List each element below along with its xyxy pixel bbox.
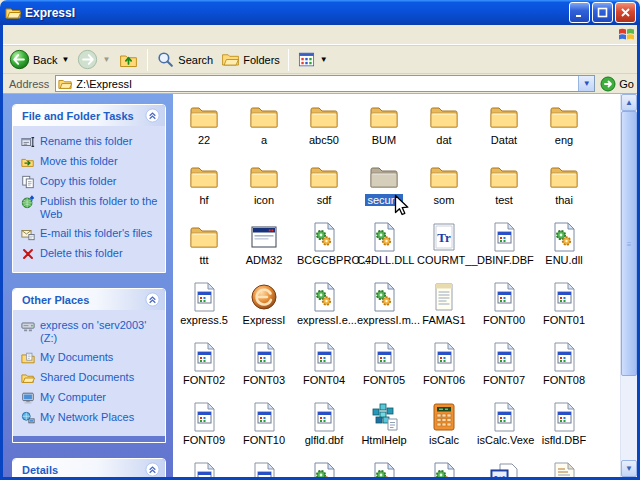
panel-title: Other Places — [22, 294, 89, 306]
file-item-dbinf-dbf[interactable]: DBINF.DBF — [474, 218, 534, 278]
address-input[interactable]: Z:\ExpressI ▼ — [55, 75, 595, 92]
file-item-font00[interactable]: FONT00 — [474, 278, 534, 338]
file-item-bcgcbpro-[interactable]: BCGCBPRO... — [294, 218, 354, 278]
file-item[interactable] — [294, 458, 354, 477]
file-item-font05[interactable]: FONT05 — [354, 338, 414, 398]
task-link[interactable]: express on 'serv2003' (Z:) — [21, 316, 161, 348]
file-item-abc50[interactable]: abc50 — [294, 98, 354, 158]
file-item-glfld-dbf[interactable]: glfld.dbf — [294, 398, 354, 458]
file-label: DBINF.DBF — [475, 254, 533, 266]
vertical-scrollbar[interactable]: ▲ ≡ ▼ — [620, 94, 637, 477]
scrollbar-track[interactable]: ≡ — [621, 111, 637, 460]
file-item-sdf[interactable]: sdf — [294, 158, 354, 218]
views-button[interactable]: ▼ — [293, 47, 332, 72]
file-item-font10[interactable]: FONT10 — [234, 398, 294, 458]
back-button[interactable]: Back ▼ — [5, 47, 73, 72]
file-item-font03[interactable]: FONT03 — [234, 338, 294, 398]
file-item-bum[interactable]: BUM — [354, 98, 414, 158]
folders-label: Folders — [243, 54, 280, 66]
file-item-isfld-dbf[interactable]: isfld.DBF — [534, 398, 594, 458]
collapse-chevron-icon[interactable] — [145, 292, 160, 307]
file-item-font06[interactable]: FONT06 — [414, 338, 474, 398]
file-item-c4dll-dll[interactable]: C4DLL.DLL — [354, 218, 414, 278]
file-item-22[interactable]: 22 — [174, 98, 234, 158]
folder-icon — [188, 161, 220, 193]
panel-header[interactable]: Other Places — [13, 289, 165, 310]
search-button[interactable]: Search — [152, 47, 217, 72]
folder-icon — [248, 161, 280, 193]
file-item-eng[interactable]: eng — [534, 98, 594, 158]
file-item-htmlhelp[interactable]: HtmlHelp — [354, 398, 414, 458]
scroll-up-button[interactable]: ▲ — [621, 94, 637, 111]
scroll-down-button[interactable]: ▼ — [621, 460, 637, 477]
file-item-font04[interactable]: FONT04 — [294, 338, 354, 398]
file-item-adm32[interactable]: ADM32 — [234, 218, 294, 278]
task-link[interactable]: My Computer — [21, 388, 161, 408]
file-item-ttt[interactable]: ttt — [174, 218, 234, 278]
file-item-iscalc-vexe[interactable]: isCalc.Vexe — [474, 398, 534, 458]
file-item-courmt-[interactable]: TrCOURMT__ — [414, 218, 474, 278]
file-item-font08[interactable]: FONT08 — [534, 338, 594, 398]
file-item[interactable] — [234, 458, 294, 477]
file-item-expressi-e-[interactable]: expressI.e... — [294, 278, 354, 338]
file-item-font09[interactable]: FONT09 — [174, 398, 234, 458]
panel-header[interactable]: File and Folder Tasks — [13, 105, 165, 126]
file-item-expressi-m-[interactable]: expressI.m... — [354, 278, 414, 338]
file-label: FONT08 — [541, 374, 587, 386]
file-item-famas1[interactable]: FAMAS1 — [414, 278, 474, 338]
file-item[interactable]: W — [474, 458, 534, 477]
close-button[interactable] — [615, 2, 636, 23]
titlebar[interactable]: ExpressI — [0, 0, 640, 25]
minimize-button[interactable] — [569, 2, 590, 23]
task-link[interactable]: Copy this folder — [21, 172, 161, 192]
views-dropdown-caret[interactable]: ▼ — [320, 55, 328, 64]
file-label: COURMT__ — [415, 254, 473, 266]
file-item-som[interactable]: som — [414, 158, 474, 218]
file-item-a[interactable]: a — [234, 98, 294, 158]
file-item-iscalc[interactable]: isCalc — [414, 398, 474, 458]
task-link[interactable]: Delete this folder — [21, 244, 161, 264]
dll-icon — [308, 461, 340, 477]
file-item-font07[interactable]: FONT07 — [474, 338, 534, 398]
file-item-hf[interactable]: hf — [174, 158, 234, 218]
file-item[interactable] — [414, 458, 474, 477]
folders-button[interactable]: Folders — [217, 47, 284, 72]
forward-dropdown-caret[interactable]: ▼ — [102, 55, 110, 64]
file-item-dat[interactable]: dat — [414, 98, 474, 158]
file-item-thai[interactable]: thai — [534, 158, 594, 218]
file-item-icon[interactable]: icon — [234, 158, 294, 218]
task-link-label: Move this folder — [40, 155, 118, 168]
up-button[interactable] — [114, 47, 143, 72]
file-item-enu-dll[interactable]: ENU.dll — [534, 218, 594, 278]
task-link[interactable]: Rename this folder — [21, 132, 161, 152]
back-dropdown-caret[interactable]: ▼ — [61, 55, 69, 64]
task-link[interactable]: E-mail this folder's files — [21, 224, 161, 244]
file-item-secure[interactable]: secure — [354, 158, 414, 218]
file-list-area[interactable]: 22aabc50BUMdatDatatenghficonsdfsecuresom… — [173, 94, 620, 477]
file-item[interactable] — [354, 458, 414, 477]
file-item-test[interactable]: test — [474, 158, 534, 218]
file-label: abc50 — [307, 134, 341, 146]
go-button[interactable]: Go — [600, 76, 634, 92]
task-link[interactable]: Move this folder — [21, 152, 161, 172]
file-item[interactable] — [534, 458, 594, 477]
task-link[interactable]: My Documents — [21, 348, 161, 368]
forward-button[interactable]: ▼ — [73, 47, 114, 72]
scrollbar-thumb[interactable]: ≡ — [621, 111, 637, 376]
file-item-font01[interactable]: FONT01 — [534, 278, 594, 338]
task-link[interactable]: My Network Places — [21, 408, 161, 428]
panel-title: File and Folder Tasks — [22, 110, 134, 122]
system-file-icon — [188, 341, 220, 373]
panel-header[interactable]: Details — [13, 459, 165, 477]
collapse-chevron-icon[interactable] — [145, 462, 160, 477]
task-link[interactable]: Publish this folder to the Web — [21, 192, 161, 224]
collapse-chevron-icon[interactable] — [145, 108, 160, 123]
file-item[interactable] — [174, 458, 234, 477]
file-item-font02[interactable]: FONT02 — [174, 338, 234, 398]
task-link[interactable]: Shared Documents — [21, 368, 161, 388]
address-dropdown-button[interactable]: ▼ — [578, 76, 594, 91]
file-item-express-5[interactable]: express.5 — [174, 278, 234, 338]
file-item-expressi[interactable]: ExpressI — [234, 278, 294, 338]
file-item-datat[interactable]: Datat — [474, 98, 534, 158]
maximize-button[interactable] — [592, 2, 613, 23]
